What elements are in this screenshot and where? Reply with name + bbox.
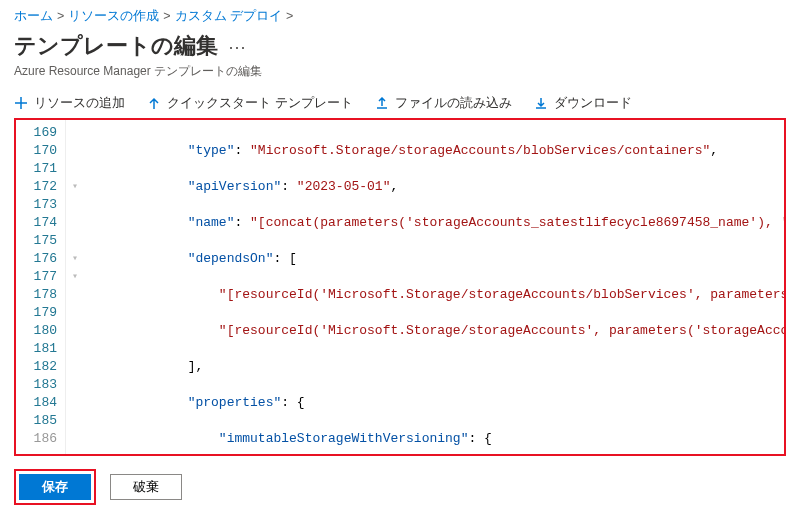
bc-create[interactable]: リソースの作成 [68, 9, 159, 23]
quickstart-button[interactable]: クイックスタート テンプレート [147, 94, 353, 112]
line-gutter: 169 170 171 172 173 174 175 176 177 178 … [16, 120, 66, 454]
page-title: テンプレートの編集 [14, 31, 218, 61]
load-file-label: ファイルの読み込み [395, 94, 512, 112]
quickstart-label: クイックスタート テンプレート [167, 94, 353, 112]
fold-gutter: ▾ ▾▾ [66, 120, 84, 454]
download-label: ダウンロード [554, 94, 632, 112]
code-content[interactable]: "type": "Microsoft.Storage/storageAccoun… [84, 120, 784, 454]
download-icon [534, 96, 548, 110]
download-button[interactable]: ダウンロード [534, 94, 632, 112]
breadcrumb: ホーム>リソースの作成>カスタム デプロイ> [14, 8, 786, 25]
bc-deploy[interactable]: カスタム デプロイ [175, 9, 282, 23]
footer-buttons: 保存 破棄 [14, 469, 182, 505]
discard-button[interactable]: 破棄 [110, 474, 182, 500]
load-file-button[interactable]: ファイルの読み込み [375, 94, 512, 112]
add-resource-button[interactable]: リソースの追加 [14, 94, 125, 112]
arrow-up-icon [147, 96, 161, 110]
save-button[interactable]: 保存 [19, 474, 91, 500]
page-subtitle: Azure Resource Manager テンプレートの編集 [14, 63, 786, 80]
plus-icon [14, 96, 28, 110]
save-highlight: 保存 [14, 469, 96, 505]
add-resource-label: リソースの追加 [34, 94, 125, 112]
bc-home[interactable]: ホーム [14, 9, 53, 23]
toolbar: リソースの追加 クイックスタート テンプレート ファイルの読み込み ダウンロード [14, 94, 786, 112]
more-icon[interactable]: ⋯ [228, 36, 246, 58]
upload-icon [375, 96, 389, 110]
json-editor[interactable]: 169 170 171 172 173 174 175 176 177 178 … [14, 118, 786, 456]
